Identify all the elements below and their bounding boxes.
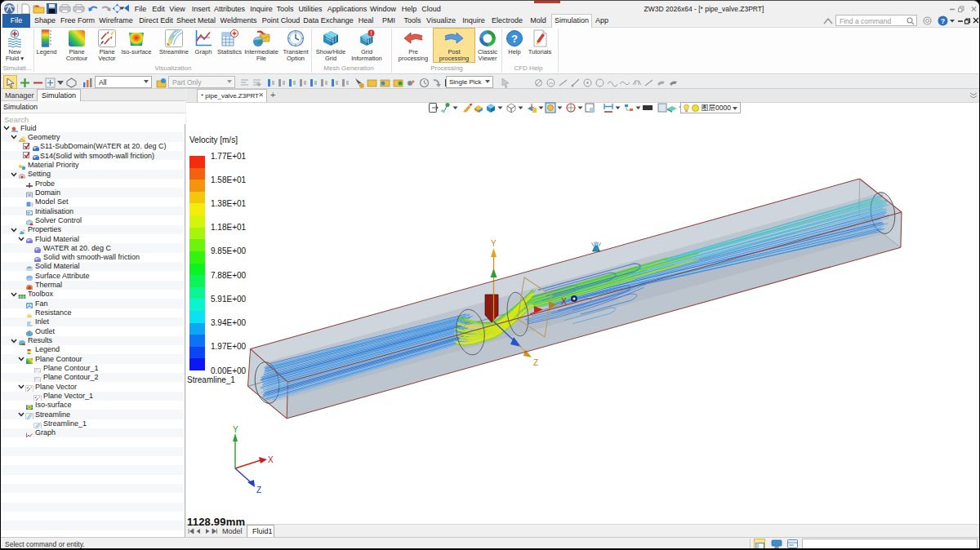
svg-text:X: X <box>268 455 274 464</box>
svg-text:Z: Z <box>256 486 261 495</box>
svg-text:Z: Z <box>533 358 538 367</box>
svg-text:?: ? <box>941 17 946 25</box>
svg-text:Y: Y <box>233 425 238 434</box>
svg-text:Y: Y <box>491 239 497 248</box>
svg-text:!: ! <box>370 30 372 36</box>
svg-text:?: ? <box>511 33 518 45</box>
